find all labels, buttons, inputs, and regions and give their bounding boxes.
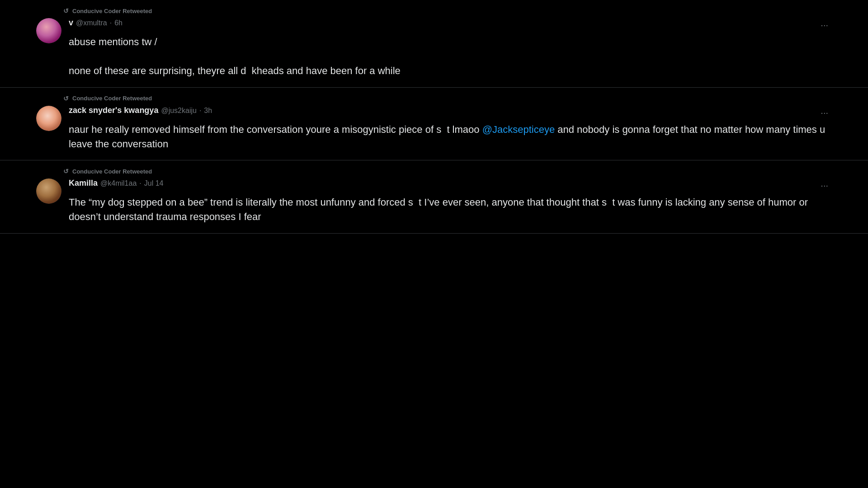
- tweet-time-3: Jul 14: [144, 179, 164, 188]
- tweet-2: ↺ Conducive Coder Retweeted zack snyder'…: [0, 88, 868, 161]
- retweet-label-1: ↺ Conducive Coder Retweeted: [36, 7, 832, 14]
- more-options-3[interactable]: ···: [817, 178, 832, 192]
- user-handle-3[interactable]: @k4mil1aa: [100, 179, 137, 188]
- separator-3: ·: [139, 179, 141, 188]
- more-options-2[interactable]: ···: [817, 106, 832, 120]
- tweet-content-3: Kamilla @k4mil1aa · Jul 14 ··· The “my d…: [69, 178, 832, 224]
- mention-jacksepticeye[interactable]: @Jacksepticeye: [482, 124, 555, 135]
- retweet-label-text-1: Conducive Coder Retweeted: [72, 8, 152, 14]
- tweet-text-2: naur he really removed himself from the …: [69, 122, 832, 151]
- more-options-1[interactable]: ···: [817, 18, 832, 32]
- avatar-3[interactable]: [36, 178, 61, 204]
- tweet-text-3: The “my dog stepped on a bee” trend is l…: [69, 195, 832, 224]
- retweet-label-text-2: Conducive Coder Retweeted: [72, 95, 152, 102]
- retweet-label-2: ↺ Conducive Coder Retweeted: [36, 95, 832, 102]
- user-name-3[interactable]: Kamilla: [69, 178, 98, 188]
- separator-1: ·: [110, 19, 112, 27]
- retweet-label-text-3: Conducive Coder Retweeted: [72, 168, 152, 175]
- tweet-1: ↺ Conducive Coder Retweeted v @xmultra ·…: [0, 0, 868, 88]
- tweet-time-1: 6h: [114, 19, 123, 27]
- retweet-icon-3: ↺: [63, 168, 69, 175]
- tweet-time-2: 3h: [204, 107, 212, 115]
- tweet-text-1: abuse mentions tw /none of these are sur…: [69, 35, 832, 78]
- avatar-1[interactable]: [36, 18, 61, 43]
- retweet-label-3: ↺ Conducive Coder Retweeted: [36, 168, 832, 175]
- tweet-3: ↺ Conducive Coder Retweeted Kamilla @k4m…: [0, 160, 868, 234]
- retweet-icon-1: ↺: [63, 7, 69, 14]
- user-name-1[interactable]: v: [69, 18, 73, 28]
- tweet-content-1: v @xmultra · 6h ··· abuse mentions tw /n…: [69, 18, 832, 78]
- tweet-content-2: zack snyder's kwangya @jus2kaiju · 3h ··…: [69, 106, 832, 151]
- user-handle-2[interactable]: @jus2kaiju: [161, 107, 197, 115]
- user-handle-1[interactable]: @xmultra: [76, 19, 107, 27]
- avatar-2[interactable]: [36, 106, 61, 131]
- user-name-2[interactable]: zack snyder's kwangya: [69, 106, 158, 115]
- separator-2: ·: [199, 107, 201, 115]
- retweet-icon-2: ↺: [63, 95, 69, 102]
